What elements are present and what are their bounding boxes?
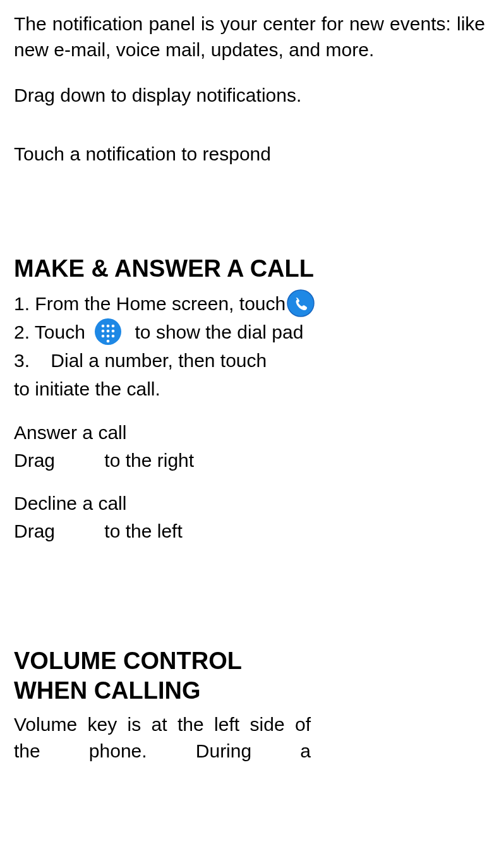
step-1-text: 1. From the Home screen, touch — [14, 289, 286, 318]
svg-point-9 — [107, 335, 110, 338]
step-2: 2. Touch to show the dial pad — [14, 318, 485, 346]
svg-point-3 — [107, 325, 110, 328]
svg-point-4 — [112, 325, 115, 328]
svg-point-6 — [107, 330, 110, 333]
heading-volume-l1: VOLUME CONTROL — [14, 646, 485, 677]
volume-body-l2: the phone. During a — [14, 738, 311, 764]
intro-para-1: The notification panel is your center fo… — [14, 11, 485, 63]
step-3a-text: 3. Dial a number, then touch — [14, 346, 267, 375]
intro-para-3: Touch a notification to respond — [14, 142, 485, 167]
step-3a: 3. Dial a number, then touch — [14, 346, 485, 375]
answer-drag-word: Drag — [14, 447, 99, 474]
svg-point-7 — [112, 330, 115, 333]
intro-para-2: Drag down to display notifications. — [14, 83, 485, 109]
heading-volume-l2: WHEN CALLING — [14, 676, 485, 706]
volume-body-l1: Volume key is at the left side of — [14, 711, 311, 738]
step-1: 1. From the Home screen, touch — [14, 289, 485, 318]
step-2-text-post: to show the dial pad — [129, 318, 303, 346]
svg-point-0 — [287, 290, 314, 316]
decline-call-heading: Decline a call — [14, 489, 485, 517]
step-3b: to initiate the call. — [14, 375, 485, 403]
svg-point-2 — [102, 325, 105, 328]
svg-point-10 — [112, 335, 115, 338]
svg-point-5 — [102, 330, 105, 333]
dialpad-icon — [94, 318, 122, 346]
decline-drag-word: Drag — [14, 517, 99, 545]
decline-call-drag: Drag to the left — [14, 517, 485, 545]
answer-call-drag: Drag to the right — [14, 447, 485, 474]
step-3b-text: to initiate the call. — [14, 375, 160, 403]
svg-point-11 — [107, 340, 110, 343]
answer-call-heading: Answer a call — [14, 418, 485, 447]
answer-drag-dir: to the right — [104, 450, 194, 471]
phone-icon — [287, 289, 315, 317]
svg-point-8 — [102, 335, 105, 338]
heading-make-answer-call: MAKE & ANSWER A CALL — [14, 254, 485, 284]
step-2-text-pre: 2. Touch — [14, 318, 90, 346]
decline-drag-dir: to the left — [104, 521, 182, 541]
